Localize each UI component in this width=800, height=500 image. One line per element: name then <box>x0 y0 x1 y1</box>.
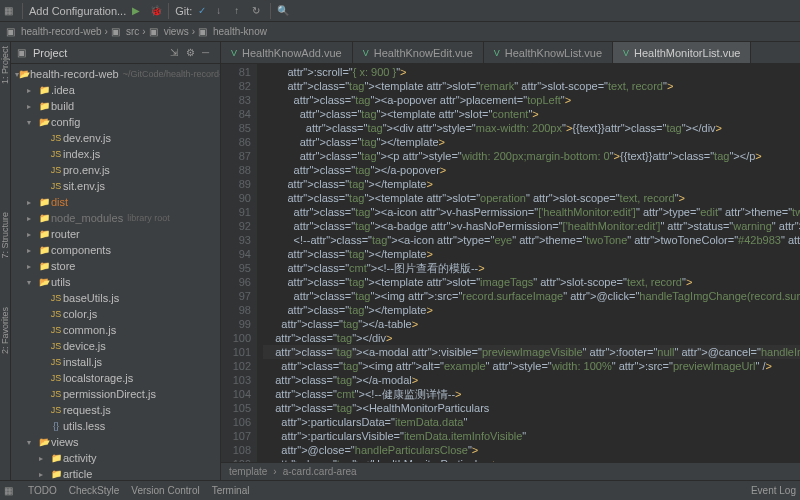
editor-tab[interactable]: VHealthKnowAdd.vue <box>221 42 353 63</box>
tree-node[interactable]: JSpermissionDirect.js <box>11 386 220 402</box>
tree-node[interactable]: {}utils.less <box>11 418 220 434</box>
tree-node[interactable]: JScommon.js <box>11 322 220 338</box>
vcs-commit-icon[interactable]: ↓ <box>216 5 228 17</box>
breadcrumb-item[interactable]: ▣health-know <box>198 26 267 38</box>
tree-node[interactable]: JSinstall.js <box>11 354 220 370</box>
tree-node[interactable]: JScolor.js <box>11 306 220 322</box>
crumb-item[interactable]: a-card.card-area <box>283 466 357 477</box>
tree-node[interactable]: ▸📁build <box>11 98 220 114</box>
tree-node[interactable]: ▾📂health-record-web~/GitCode/health-reco… <box>11 66 220 82</box>
tree-node[interactable]: ▸📁.idea <box>11 82 220 98</box>
crumb-item[interactable]: template <box>229 466 267 477</box>
tree-node[interactable]: JSlocalstorage.js <box>11 370 220 386</box>
checkstyle-tab[interactable]: CheckStyle <box>69 485 120 496</box>
gear-icon[interactable]: ⚙ <box>186 47 198 59</box>
run-icon[interactable]: ▶ <box>132 5 144 17</box>
structure-tool-button[interactable]: 7: Structure <box>0 212 10 259</box>
tree-node[interactable]: ▸📁article <box>11 466 220 480</box>
breadcrumb-item[interactable]: ▣src <box>111 26 139 38</box>
breadcrumb: ▣health-record-web› ▣src› ▣views› ▣healt… <box>0 22 800 42</box>
hide-icon[interactable]: ─ <box>202 47 214 59</box>
vcs-history-icon[interactable]: ↻ <box>252 5 264 17</box>
tree-node[interactable]: JSpro.env.js <box>11 162 220 178</box>
tool-window-icon[interactable]: ▦ <box>4 485 16 497</box>
line-gutter[interactable]: 8182838485868788899091929394959697989910… <box>221 64 257 462</box>
tree-node[interactable]: ▸📁dist <box>11 194 220 210</box>
editor-tabs: VHealthKnowAdd.vueVHealthKnowEdit.vueVHe… <box>221 42 800 64</box>
tree-node[interactable]: ▾📂config <box>11 114 220 130</box>
event-log-tab[interactable]: Event Log <box>751 485 796 496</box>
todo-tab[interactable]: TODO <box>28 485 57 496</box>
project-tool-button[interactable]: 1: Project <box>0 46 10 84</box>
editor-area: VHealthKnowAdd.vueVHealthKnowEdit.vueVHe… <box>221 42 800 480</box>
tree-node[interactable]: JSbaseUtils.js <box>11 290 220 306</box>
code-editor[interactable]: attr">:scroll="{ x: 900 }"> attr">class=… <box>257 64 800 462</box>
tree-node[interactable]: JSindex.js <box>11 146 220 162</box>
tree-node[interactable]: JSdev.env.js <box>11 130 220 146</box>
breadcrumb-item[interactable]: ▣views <box>149 26 189 38</box>
main-toolbar: ▦ Add Configuration... ▶ 🐞 Git: ✓ ↓ ↑ ↻ … <box>0 0 800 22</box>
vcs-update-icon[interactable]: ✓ <box>198 5 210 17</box>
terminal-tab[interactable]: Terminal <box>212 485 250 496</box>
tree-node[interactable]: ▾📂views <box>11 434 220 450</box>
vcs-tab[interactable]: Version Control <box>131 485 199 496</box>
tree-node[interactable]: JSrequest.js <box>11 402 220 418</box>
breadcrumb-item[interactable]: ▣health-record-web <box>6 26 102 38</box>
left-tool-strip: 1: Project 7: Structure 2: Favorites <box>0 42 11 480</box>
debug-icon[interactable]: 🐞 <box>150 5 162 17</box>
project-sidebar: ▣ Project ⇲ ⚙ ─ ▾📂health-record-web~/Git… <box>11 42 221 480</box>
search-icon[interactable]: 🔍 <box>277 5 289 17</box>
tree-node[interactable]: ▸📁activity <box>11 450 220 466</box>
favorites-tool-button[interactable]: 2: Favorites <box>0 307 10 354</box>
editor-tab[interactable]: VHealthMonitorList.vue <box>613 42 751 63</box>
collapse-icon[interactable]: ⇲ <box>170 47 182 59</box>
tree-node[interactable]: JSsit.env.js <box>11 178 220 194</box>
project-view-icon: ▣ <box>17 47 29 59</box>
project-icon[interactable]: ▦ <box>4 5 16 17</box>
tree-node[interactable]: ▾📂utils <box>11 274 220 290</box>
vcs-push-icon[interactable]: ↑ <box>234 5 246 17</box>
editor-tab[interactable]: VHealthKnowEdit.vue <box>353 42 484 63</box>
git-label: Git: <box>175 5 192 17</box>
tree-node[interactable]: ▸📁node_moduleslibrary root <box>11 210 220 226</box>
bottom-tool-tabs: ▦ TODO CheckStyle Version Control Termin… <box>0 480 800 500</box>
tree-node[interactable]: ▸📁components <box>11 242 220 258</box>
editor-tab[interactable]: VHealthKnowList.vue <box>484 42 613 63</box>
tree-node[interactable]: ▸📁store <box>11 258 220 274</box>
sidebar-header: ▣ Project ⇲ ⚙ ─ <box>11 42 220 64</box>
tree-node[interactable]: ▸📁router <box>11 226 220 242</box>
editor-breadcrumb: template› a-card.card-area <box>221 462 800 480</box>
tree-node[interactable]: JSdevice.js <box>11 338 220 354</box>
project-tree[interactable]: ▾📂health-record-web~/GitCode/health-reco… <box>11 64 220 480</box>
config-dropdown[interactable]: Add Configuration... <box>29 5 126 17</box>
